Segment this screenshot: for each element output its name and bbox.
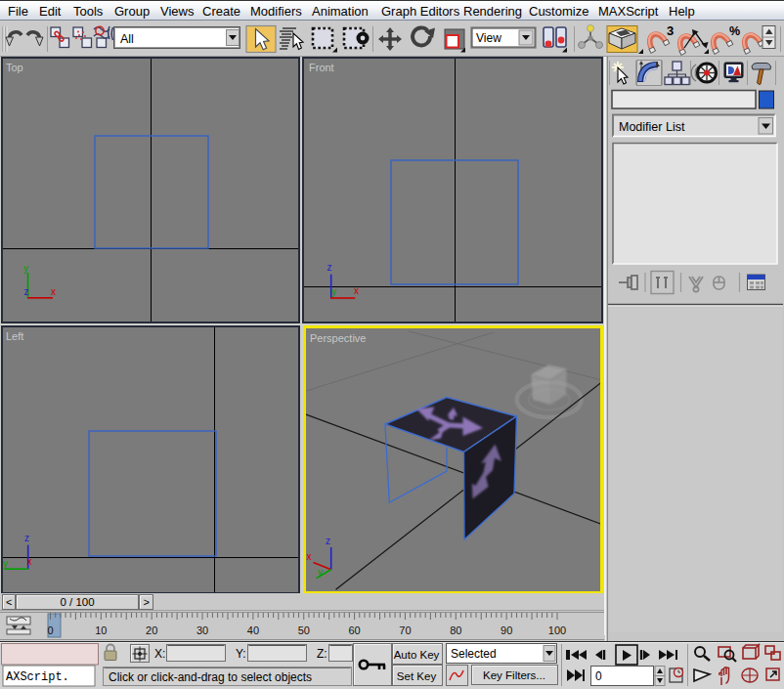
svg-text:Click or click-and-drag to sel: Click or click-and-drag to select object… xyxy=(109,670,312,684)
svg-text:x: x xyxy=(307,551,312,562)
svg-text:70: 70 xyxy=(399,624,411,636)
svg-text:y: y xyxy=(3,558,8,569)
svg-text:0 / 100: 0 / 100 xyxy=(60,596,94,608)
svg-text:Front: Front xyxy=(309,62,334,73)
svg-text:20: 20 xyxy=(146,624,157,636)
svg-text:Top: Top xyxy=(6,62,23,73)
svg-text:z: z xyxy=(326,536,330,546)
svg-text:Set Key: Set Key xyxy=(397,670,437,682)
svg-text:y: y xyxy=(23,263,28,274)
svg-text:Left: Left xyxy=(6,330,23,342)
svg-text:40: 40 xyxy=(247,624,259,636)
svg-text:30: 30 xyxy=(196,624,208,636)
svg-text:z: z xyxy=(24,286,29,297)
svg-text:x: x xyxy=(354,285,359,296)
svg-text:Key Filters...: Key Filters... xyxy=(483,669,545,681)
svg-text:z: z xyxy=(327,262,332,273)
svg-text:z: z xyxy=(24,533,29,543)
svg-text:y: y xyxy=(331,286,336,297)
svg-text:%: % xyxy=(729,24,740,38)
svg-text:y: y xyxy=(318,567,323,578)
svg-text:Modifier List: Modifier List xyxy=(619,120,685,134)
svg-text:3: 3 xyxy=(667,23,674,38)
svg-text:All: All xyxy=(120,32,134,46)
svg-text:Perspective: Perspective xyxy=(310,332,366,344)
svg-text:Z:: Z: xyxy=(317,647,327,661)
svg-text:60: 60 xyxy=(348,624,360,636)
svg-text:Selected: Selected xyxy=(451,647,497,661)
svg-text:50: 50 xyxy=(298,624,310,636)
svg-text:X:: X: xyxy=(154,647,165,661)
svg-text:x: x xyxy=(51,286,56,297)
svg-text:100: 100 xyxy=(548,624,566,636)
svg-text:>: > xyxy=(144,596,150,608)
svg-text:<: < xyxy=(6,596,12,608)
svg-text:0: 0 xyxy=(595,669,602,683)
svg-text:x: x xyxy=(27,556,32,567)
svg-text:80: 80 xyxy=(450,624,461,636)
svg-text:View: View xyxy=(476,31,501,45)
svg-text:0: 0 xyxy=(47,624,53,636)
svg-text:AXScript.: AXScript. xyxy=(6,670,69,684)
svg-text:Auto Key: Auto Key xyxy=(394,649,440,661)
svg-text:Y:: Y: xyxy=(236,647,246,661)
svg-text:90: 90 xyxy=(501,624,512,636)
svg-text:10: 10 xyxy=(95,624,107,636)
